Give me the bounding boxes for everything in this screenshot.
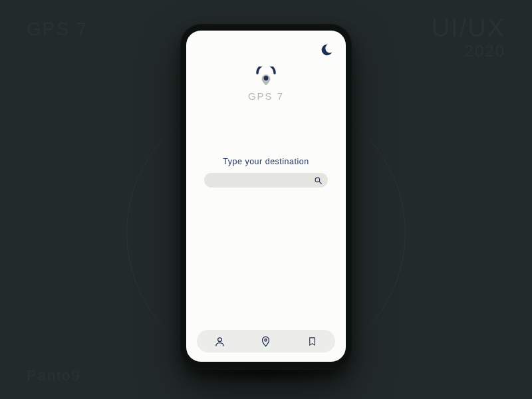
brand-logo-icon [255,66,277,86]
bg-title-top-right: UI/UX 2020 [432,15,505,60]
nav-bookmark-button[interactable] [301,331,323,352]
nav-profile-button[interactable] [209,331,231,352]
bottom-nav [197,330,335,352]
bookmark-icon [307,336,317,347]
svg-point-4 [265,338,267,340]
user-icon [214,336,225,347]
search-label: Type your destination [223,157,309,166]
brand-block: GPS 7 [186,66,346,102]
bg-title-year: 2020 [432,43,505,60]
svg-point-0 [264,76,269,80]
brand-name: GPS 7 [248,90,284,102]
bg-title-uiux: UI/UX [432,14,505,42]
svg-line-2 [319,182,321,184]
search-icon [314,176,323,185]
nav-location-button[interactable] [255,331,277,352]
search-input-container[interactable] [204,173,328,188]
svg-point-1 [315,178,320,182]
moon-icon [319,43,334,57]
bg-title-top-left: GPS 7 [27,19,88,40]
svg-point-3 [218,337,222,341]
theme-toggle-button[interactable] [319,43,334,57]
app-screen: GPS 7 Type your destination [186,31,346,362]
pin-icon [260,336,271,347]
search-block: Type your destination [186,157,346,188]
phone-frame: GPS 7 Type your destination [180,24,352,370]
search-input[interactable] [209,176,314,184]
bg-credit: Panto9 [27,367,81,384]
